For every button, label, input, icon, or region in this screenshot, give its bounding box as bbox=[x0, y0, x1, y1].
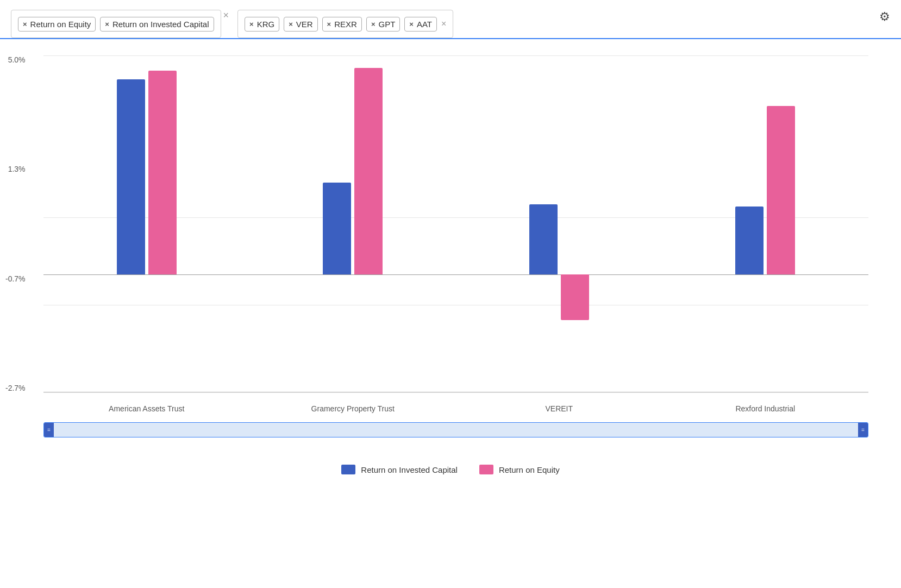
bar bbox=[117, 79, 145, 274]
chart-scrollbar[interactable]: = = bbox=[43, 422, 868, 437]
y-label-neg27: -2.7% bbox=[5, 384, 26, 392]
company-group-0: American Assets Trust bbox=[117, 55, 177, 392]
ticker-tag-krg[interactable]: × KRG bbox=[245, 17, 279, 32]
scrollbar-handle-right[interactable]: = bbox=[858, 423, 868, 437]
ticker-rexr-label: REXR bbox=[334, 20, 357, 29]
filter-bar: × Return on Equity × Return on Invested … bbox=[0, 0, 901, 39]
bar bbox=[323, 183, 351, 274]
company-group-1: Gramercy Property Trust bbox=[323, 55, 383, 392]
metric-roe-label: Return on Equity bbox=[30, 20, 91, 29]
app-container: × Return on Equity × Return on Invested … bbox=[0, 0, 901, 474]
company-label: VEREIT bbox=[545, 404, 573, 413]
settings-icon[interactable]: ⚙ bbox=[879, 10, 890, 24]
metrics-filter: × Return on Equity × Return on Invested … bbox=[11, 10, 221, 38]
bar bbox=[354, 68, 383, 274]
ticker-tag-ver[interactable]: × VER bbox=[284, 17, 317, 32]
company-group-2: VEREIT bbox=[529, 55, 589, 392]
ticker-gpt-label: GPT bbox=[378, 20, 395, 29]
chart-inner: American Assets TrustGramercy Property T… bbox=[43, 55, 868, 392]
bar bbox=[735, 207, 764, 274]
legend-label-roe: Return on Equity bbox=[499, 465, 560, 474]
metric-tag-roe[interactable]: × Return on Equity bbox=[18, 17, 96, 32]
remove-krg-button[interactable]: × bbox=[249, 20, 254, 28]
y-label-neg07: -0.7% bbox=[5, 274, 26, 283]
y-label-5: 5.0% bbox=[5, 55, 26, 64]
bar bbox=[561, 274, 589, 321]
legend-swatch-roe bbox=[479, 465, 493, 474]
legend-item-roe: Return on Equity bbox=[479, 465, 560, 474]
remove-ver-button[interactable]: × bbox=[289, 20, 293, 28]
remove-rexr-button[interactable]: × bbox=[327, 20, 331, 28]
scrollbar-handle-left[interactable]: = bbox=[44, 423, 54, 437]
metric-roic-label: Return on Invested Capital bbox=[112, 20, 209, 29]
y-label-13: 1.3% bbox=[5, 165, 26, 173]
x-axis-line bbox=[43, 392, 868, 392]
remove-roic-button[interactable]: × bbox=[105, 20, 109, 28]
section-separator[interactable]: × bbox=[221, 10, 231, 21]
company-label: Gramercy Property Trust bbox=[311, 404, 395, 413]
clear-all-tickers-button[interactable]: × bbox=[441, 19, 446, 29]
ticker-tag-gpt[interactable]: × GPT bbox=[366, 17, 400, 32]
bar bbox=[529, 204, 558, 274]
remove-gpt-button[interactable]: × bbox=[371, 20, 376, 28]
company-group-3: Rexford Industrial bbox=[735, 55, 795, 392]
chart-area: 5.0% 1.3% -0.7% -2.7% American Assets Tr… bbox=[43, 55, 868, 392]
ticker-krg-label: KRG bbox=[257, 20, 275, 29]
ticker-tag-aat[interactable]: × AAT bbox=[404, 17, 437, 32]
ticker-ver-label: VER bbox=[296, 20, 313, 29]
y-axis: 5.0% 1.3% -0.7% -2.7% bbox=[5, 55, 26, 392]
company-label: Rexford Industrial bbox=[735, 404, 795, 413]
ticker-tag-rexr[interactable]: × REXR bbox=[322, 17, 362, 32]
tickers-filter: × KRG × VER × REXR × GPT × AAT × bbox=[237, 10, 453, 38]
legend-label-roic: Return on Invested Capital bbox=[361, 465, 458, 474]
company-label: American Assets Trust bbox=[109, 404, 184, 413]
legend-swatch-roic bbox=[341, 465, 355, 474]
chart-legend: Return on Invested Capital Return on Equ… bbox=[0, 465, 901, 474]
grid-line-bottom bbox=[43, 392, 868, 393]
ticker-aat-label: AAT bbox=[417, 20, 432, 29]
metric-tag-roic[interactable]: × Return on Invested Capital bbox=[100, 17, 214, 32]
bar bbox=[148, 71, 177, 274]
remove-aat-button[interactable]: × bbox=[409, 20, 414, 28]
remove-roe-button[interactable]: × bbox=[23, 20, 27, 28]
legend-item-roic: Return on Invested Capital bbox=[341, 465, 458, 474]
bar bbox=[767, 106, 795, 274]
